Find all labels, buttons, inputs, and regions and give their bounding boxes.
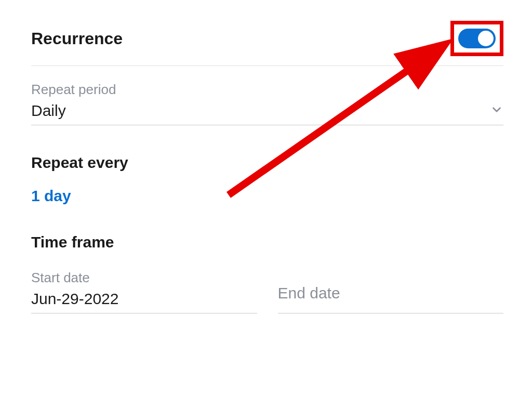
time-frame-title: Time frame xyxy=(31,233,503,251)
start-date-field[interactable]: Start date Jun-29-2022 xyxy=(31,270,257,313)
annotation-highlight-box xyxy=(450,21,503,56)
recurrence-header: Recurrence xyxy=(31,21,503,66)
repeat-period-label: Repeat period xyxy=(31,82,503,98)
repeat-period-field[interactable]: Repeat period Daily xyxy=(31,82,503,125)
repeat-period-value: Daily xyxy=(31,102,66,120)
start-date-label: Start date xyxy=(31,270,257,286)
recurrence-title: Recurrence xyxy=(31,29,123,48)
start-date-value: Jun-29-2022 xyxy=(31,290,257,308)
end-date-field[interactable]: End date xyxy=(278,270,504,313)
repeat-every-title: Repeat every xyxy=(31,154,503,172)
toggle-knob xyxy=(478,31,494,46)
end-date-label: End date xyxy=(278,270,504,302)
recurrence-toggle[interactable] xyxy=(458,29,496,48)
chevron-down-icon xyxy=(490,103,503,119)
repeat-every-value[interactable]: 1 day xyxy=(31,187,71,205)
